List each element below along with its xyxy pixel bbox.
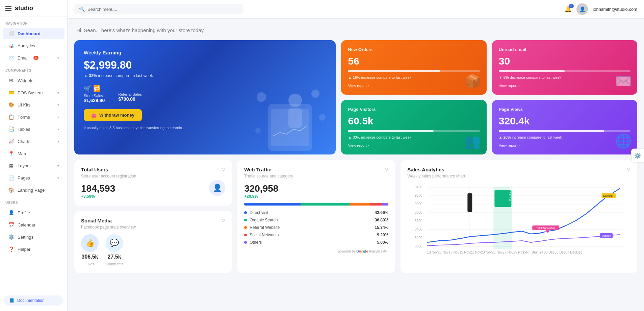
total-users-stats: 184,593 +3.59% <box>81 183 115 199</box>
settings-gear-button[interactable]: ⚙️ <box>631 149 644 163</box>
organic-label: Organic Search <box>250 218 278 222</box>
weekly-title: Weekly Earning <box>84 50 326 55</box>
app-logo: studio <box>15 5 33 12</box>
search-input[interactable] <box>87 7 238 12</box>
chevron-down-icon: ▾ <box>57 103 59 107</box>
sidebar-item-widgets[interactable]: ⊞ Widgets <box>3 75 65 86</box>
sidebar-item-pos-system[interactable]: 💳 POS System ▾ <box>3 87 65 98</box>
svg-point-5 <box>311 90 319 98</box>
sales-analytics-card: Sales Analytics Weekly sales performance… <box>401 160 637 273</box>
total-users-refresh[interactable]: ↻ <box>221 167 225 172</box>
social-media-subtitle: Facebook page stats overview <box>81 225 225 230</box>
total-users-body: 184,593 +3.59% 👤 <box>81 183 225 199</box>
sidebar-item-helper[interactable]: ❓ Helper <box>3 243 65 255</box>
page-visitors-card: Page Visitors 60.5k ▲ 33% increase compa… <box>341 100 486 154</box>
sidebar-item-map[interactable]: 📍 Map <box>3 148 65 159</box>
sidebar-item-analytics[interactable]: 📊 Analytics <box>3 40 65 51</box>
sales-title: Sales Analytics <box>407 167 465 172</box>
others-pct: 5.00% <box>377 240 388 245</box>
user-email: johnsmith@studio.com <box>593 7 637 12</box>
referral-sales-val: $700.00 <box>118 96 142 102</box>
svg-text:07 Dec: 07 Dec <box>566 250 576 254</box>
total-users-value: 184,593 <box>81 183 115 194</box>
withdraw-label: Withdraw money <box>99 113 134 118</box>
comments-icon: 💬 <box>106 234 123 252</box>
search-bar[interactable]: 🔍 <box>74 4 243 14</box>
svg-text:8600: 8600 <box>415 219 423 223</box>
bottom-grid: ↻ Total Users Store user account registr… <box>74 160 637 273</box>
email-badge: 6 <box>33 56 38 60</box>
new-orders-card: New Orders 56 ▲ 16% increase compare to … <box>341 40 486 95</box>
sidebar-item-dashboard[interactable]: ⬜ Dashboard <box>3 28 65 39</box>
page-views-title: Page Views <box>499 107 630 112</box>
sidebar-item-layout[interactable]: ▦ Layout ▾ <box>3 160 65 171</box>
total-users-card: ↻ Total Users Store user account registr… <box>74 160 232 206</box>
web-traffic-bar <box>244 203 388 206</box>
documentation-button[interactable]: 📘 Documentation <box>4 295 63 306</box>
svg-rect-3 <box>288 108 302 128</box>
mail-icon: ✉️ <box>615 73 632 89</box>
web-traffic-refresh[interactable]: ↻ <box>384 167 388 172</box>
social-media-refresh[interactable]: ↻ <box>221 218 225 223</box>
organic-search-bar <box>301 203 349 206</box>
social-media-title: Social Media <box>81 218 225 223</box>
users-section-label: Users <box>0 196 67 207</box>
notification-badge: 3 <box>569 4 574 8</box>
left-column: ↻ Total Users Store user account registr… <box>74 160 232 273</box>
new-orders-title: New Orders <box>348 47 480 52</box>
sidebar-item-email[interactable]: ✉️ Email 6 ▾ <box>3 52 65 64</box>
sidebar-item-profile[interactable]: 👤 Profile <box>3 207 65 218</box>
sidebar-item-pages[interactable]: 📄 Pages ▾ <box>3 172 65 184</box>
sidebar-item-label: UI Kits <box>18 102 30 107</box>
notification-button[interactable]: 🔔 3 <box>564 5 572 13</box>
sidebar-item-ui-kits[interactable]: 🎨 UI Kits ▾ <box>3 99 65 111</box>
new-orders-view-report[interactable]: View report › <box>348 83 369 88</box>
direct-pct: 42.66% <box>375 210 389 215</box>
sidebar-item-forms[interactable]: 📋 Forms ▾ <box>3 111 65 123</box>
svg-text:15 Nov: 15 Nov <box>438 250 449 254</box>
social-label: Social Networks <box>250 233 279 237</box>
new-orders-change: ▲ 16% increase compare to last week <box>348 75 480 79</box>
page-visitors-progress-fill <box>348 130 434 132</box>
sidebar-item-label: Settings <box>18 235 33 240</box>
topbar-right: 🔔 3 👤 johnsmith@studio.com <box>564 3 637 15</box>
unread-email-view-report[interactable]: View report › <box>499 83 520 88</box>
sidebar-item-calendar[interactable]: 📅 Calendar <box>3 219 65 231</box>
withdraw-button[interactable]: 👛 Withdraw money <box>84 109 142 121</box>
weekly-increase-text: increase compare to last week <box>98 73 153 78</box>
hamburger-button[interactable] <box>5 6 11 11</box>
sidebar-item-charts[interactable]: 📈 Charts ▾ <box>3 136 65 147</box>
stat-cards-grid: New Orders 56 ▲ 16% increase compare to … <box>341 40 637 154</box>
svg-text:Support: Support <box>602 234 612 237</box>
chevron-down-icon: ▾ <box>57 56 59 60</box>
svg-text:27 Nov: 27 Nov <box>503 250 514 254</box>
charts-icon: 📈 <box>8 138 14 144</box>
svg-text:23 Nov: 23 Nov <box>481 250 492 254</box>
referral-dot <box>244 226 247 229</box>
svg-text:Anno Test: Anno Test <box>475 190 479 204</box>
svg-text:X extra range: X extra range <box>509 183 512 201</box>
legend-organic: Organic Search 36.80% <box>244 218 388 222</box>
legend-others: Others 5.00% <box>244 240 388 245</box>
referral-bar <box>350 203 370 206</box>
visitors-icon: 👥 <box>464 133 481 149</box>
sidebar-item-label: Charts <box>18 139 30 144</box>
svg-text:17 Nov: 17 Nov <box>449 250 460 254</box>
direct-visit-bar <box>244 203 301 206</box>
nav-section-label: Navigation <box>0 17 67 27</box>
greeting: Hi, Sean. here's what's happening with y… <box>74 25 637 34</box>
widgets-icon: ⊞ <box>8 77 14 83</box>
analytics-icon: 📊 <box>8 43 14 49</box>
map-icon: 📍 <box>8 150 14 157</box>
sidebar-item-settings[interactable]: ⚙️ Settings <box>3 231 65 243</box>
page-views-view-report[interactable]: View report › <box>499 143 520 147</box>
page-visitors-view-report[interactable]: View report › <box>348 143 369 147</box>
content-area: Hi, Sean. here's what's happening with y… <box>68 19 644 311</box>
sidebar-item-tables[interactable]: 📑 Tables ▾ <box>3 123 65 135</box>
page-visitors-title: Page Visitors <box>348 107 480 112</box>
sales-header-text: Sales Analytics Weekly sales performance… <box>407 167 465 183</box>
chevron-down-icon: ▾ <box>57 115 59 119</box>
sidebar-item-landing-page[interactable]: 🏠 Landing Page <box>3 184 65 196</box>
sales-refresh[interactable]: ↻ <box>626 167 630 172</box>
forms-icon: 📋 <box>8 114 14 120</box>
